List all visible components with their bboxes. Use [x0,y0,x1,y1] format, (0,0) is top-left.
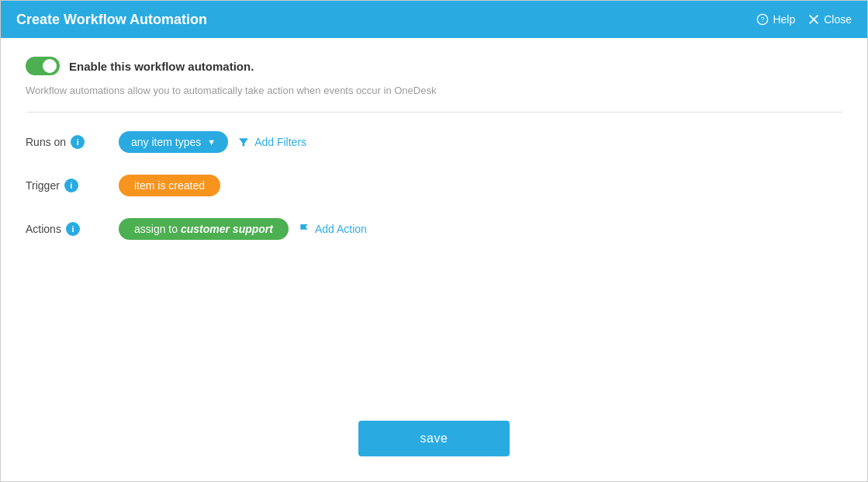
actions-content: assign to customer support Add Action [119,218,842,240]
action-pill-text: assign to customer support [134,223,273,235]
runs-on-label: Runs on [26,136,66,148]
trigger-label: Trigger [26,179,60,192]
help-button[interactable]: ? Help [756,13,795,26]
toggle-thumb [43,59,57,73]
enable-toggle-row: Enable this workflow automation. [26,57,842,75]
item-types-label: any item types [131,136,201,148]
item-types-dropdown[interactable]: any item types ▼ [119,131,228,153]
add-filters-label: Add Filters [254,136,306,148]
flag-icon [298,223,310,235]
help-icon: ? [756,13,769,26]
help-label: Help [773,13,795,26]
chevron-down-icon: ▼ [207,137,216,147]
add-filters-button[interactable]: Add Filters [237,136,306,148]
actions-label-group: Actions i [26,222,119,236]
divider [26,112,842,113]
trigger-pill-text: item is created [134,179,205,192]
add-action-button[interactable]: Add Action [298,223,367,235]
trigger-info-icon[interactable]: i [64,179,78,192]
save-button[interactable]: save [358,421,510,456]
add-action-label: Add Action [315,223,367,235]
filter-icon [237,136,250,148]
trigger-row: Trigger i item is created [26,175,842,196]
runs-on-content: any item types ▼ Add Filters [119,131,842,153]
enable-label: Enable this workflow automation. [69,60,254,73]
close-icon [807,13,820,26]
toggle-track [26,57,60,75]
trigger-label-group: Trigger i [26,179,119,192]
runs-on-info-icon[interactable]: i [71,135,85,149]
modal-title: Create Workflow Automation [16,12,207,28]
trigger-content: item is created [119,175,842,196]
modal-body: Enable this workflow automation. Workflo… [1,38,867,405]
actions-label: Actions [26,223,61,235]
runs-on-label-group: Runs on i [26,135,119,149]
close-label: Close [824,13,852,26]
subtitle-text: Workflow automations allow you to automa… [26,85,842,96]
action-pill[interactable]: assign to customer support [119,218,289,240]
actions-row: Actions i assign to customer support Add… [26,218,842,240]
modal-header: Create Workflow Automation ? Help Close [1,1,867,38]
svg-text:?: ? [761,16,765,23]
modal-footer: save [1,405,867,481]
enable-toggle[interactable] [26,57,60,75]
header-actions: ? Help Close [756,13,852,26]
trigger-pill[interactable]: item is created [119,175,220,196]
actions-info-icon[interactable]: i [66,222,80,236]
runs-on-row: Runs on i any item types ▼ Add Filters [26,131,842,153]
close-button[interactable]: Close [807,13,852,26]
modal-container: Create Workflow Automation ? Help Close [0,0,868,482]
